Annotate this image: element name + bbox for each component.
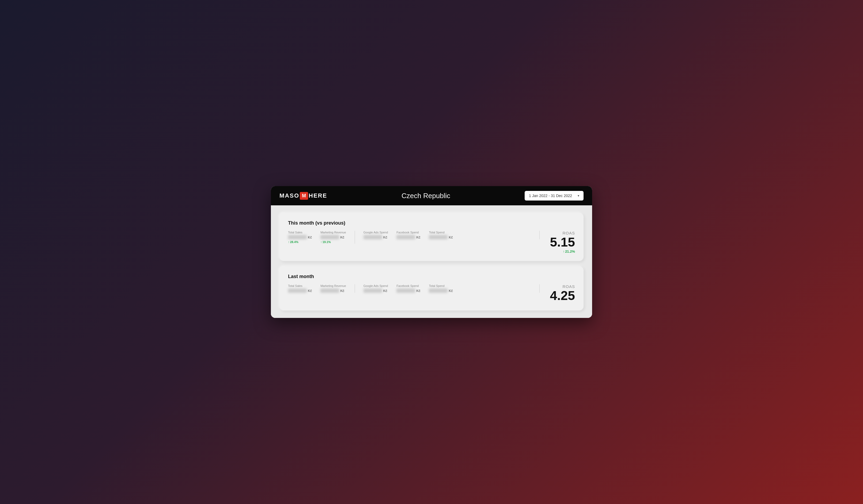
marketing-revenue-change-value: 19.1%: [323, 241, 331, 244]
last-total-sales-value: Kč: [288, 288, 312, 293]
total-spend-currency: Kč: [449, 235, 453, 239]
facebook-blurred: [397, 235, 415, 239]
total-sales-metric: Total Sales Kč 28.4%: [288, 231, 312, 244]
facebook-currency: Kč: [416, 235, 420, 239]
last-google-ads-label: Google Ads Spend: [363, 284, 388, 287]
chevron-down-icon: ▾: [578, 194, 579, 197]
marketing-revenue-currency: Kč: [340, 235, 344, 239]
last-total-sales-label: Total Sales: [288, 284, 312, 287]
this-month-title: This month (vs previous): [288, 220, 575, 226]
last-month-left-group: Total Sales Kč Marketing Revenue Kč: [288, 284, 355, 293]
total-spend-value: Kč: [429, 235, 453, 239]
logo-text-right: HERE: [309, 192, 327, 199]
last-total-spend-currency: Kč: [449, 289, 453, 293]
this-month-metrics-row: Total Sales Kč 28.4% Marketing Revenue: [288, 231, 575, 254]
last-google-ads-blurred: [363, 288, 382, 293]
marketing-revenue-change: 19.1%: [321, 241, 346, 244]
total-spend-blurred: [429, 235, 448, 239]
google-ads-blurred: [363, 235, 382, 239]
marketing-revenue-label: Marketing Revenue: [321, 231, 346, 234]
last-month-right-group: Google Ads Spend Kč Facebook Spend Kč: [363, 284, 540, 293]
google-ads-currency: Kč: [383, 235, 387, 239]
facebook-spend-metric: Facebook Spend Kč: [397, 231, 420, 239]
last-month-metrics-row: Total Sales Kč Marketing Revenue Kč: [288, 284, 575, 303]
facebook-spend-value: Kč: [397, 235, 420, 239]
marketing-revenue-metric: Marketing Revenue Kč 19.1%: [321, 231, 346, 244]
last-marketing-revenue-currency: Kč: [340, 289, 344, 293]
last-marketing-revenue-value: Kč: [321, 288, 346, 293]
total-sales-label: Total Sales: [288, 231, 312, 234]
last-marketing-revenue-metric: Marketing Revenue Kč: [321, 284, 346, 293]
this-month-card: This month (vs previous) Total Sales Kč …: [279, 213, 584, 261]
last-google-ads-value: Kč: [363, 288, 388, 293]
total-sales-currency: Kč: [308, 235, 312, 239]
last-total-spend-value: Kč: [429, 288, 453, 293]
logo-icon: M: [300, 192, 308, 200]
date-range-value: 1 Jan 2022 - 31 Dec 2022: [529, 194, 572, 198]
this-month-right-group: Google Ads Spend Kč Facebook Spend Kč: [363, 231, 540, 239]
last-marketing-revenue-label: Marketing Revenue: [321, 284, 346, 287]
roas-change-value: 21.2%: [565, 249, 575, 254]
page-title: Czech Republic: [336, 192, 516, 200]
last-month-title: Last month: [288, 274, 575, 280]
google-ads-value: Kč: [363, 235, 388, 239]
this-month-left-group: Total Sales Kč 28.4% Marketing Revenue: [288, 231, 355, 244]
up-arrow-icon-2: [321, 241, 322, 244]
facebook-spend-label: Facebook Spend: [397, 231, 420, 234]
last-google-ads-currency: Kč: [383, 289, 387, 293]
main-content: This month (vs previous) Total Sales Kč …: [271, 205, 592, 318]
last-facebook-spend-label: Facebook Spend: [397, 284, 420, 287]
last-marketing-revenue-blurred: [321, 288, 339, 293]
logo-text-left: MASO: [279, 192, 299, 199]
total-sales-value: Kč: [288, 235, 312, 239]
last-month-roas: ROAS 4.25: [548, 284, 575, 303]
logo: MASO M HERE: [279, 192, 327, 200]
this-month-roas: ROAS 5.15 21.2%: [548, 231, 575, 254]
last-facebook-blurred: [397, 288, 415, 293]
last-total-sales-currency: Kč: [308, 289, 312, 293]
last-facebook-currency: Kč: [416, 289, 420, 293]
up-arrow-icon: [288, 241, 290, 244]
roas-change: 21.2%: [563, 249, 575, 254]
header: MASO M HERE Czech Republic 1 Jan 2022 - …: [271, 186, 592, 205]
total-spend-label: Total Spend: [429, 231, 453, 234]
google-ads-metric: Google Ads Spend Kč: [363, 231, 388, 239]
date-range-picker[interactable]: 1 Jan 2022 - 31 Dec 2022 ▾: [525, 191, 584, 201]
roas-label: ROAS: [562, 231, 575, 235]
last-total-sales-metric: Total Sales Kč: [288, 284, 312, 293]
google-ads-label: Google Ads Spend: [363, 231, 388, 234]
marketing-revenue-blurred: [321, 235, 339, 239]
last-google-ads-metric: Google Ads Spend Kč: [363, 284, 388, 293]
roas-up-arrow-icon: [563, 249, 565, 254]
last-month-card: Last month Total Sales Kč Marketing Reve…: [279, 266, 584, 310]
total-sales-blurred: [288, 235, 307, 239]
total-spend-metric: Total Spend Kč: [429, 231, 453, 239]
total-sales-change: 28.4%: [288, 241, 312, 244]
last-total-spend-blurred: [429, 288, 448, 293]
last-roas-label: ROAS: [562, 284, 575, 289]
last-facebook-spend-metric: Facebook Spend Kč: [397, 284, 420, 293]
last-facebook-spend-value: Kč: [397, 288, 420, 293]
marketing-revenue-value: Kč: [321, 235, 346, 239]
last-total-sales-blurred: [288, 288, 307, 293]
last-total-spend-label: Total Spend: [429, 284, 453, 287]
last-total-spend-metric: Total Spend Kč: [429, 284, 453, 293]
last-roas-value: 4.25: [550, 289, 575, 303]
roas-value: 5.15: [550, 235, 575, 249]
total-sales-change-value: 28.4%: [290, 241, 299, 244]
app-window: MASO M HERE Czech Republic 1 Jan 2022 - …: [271, 186, 592, 318]
